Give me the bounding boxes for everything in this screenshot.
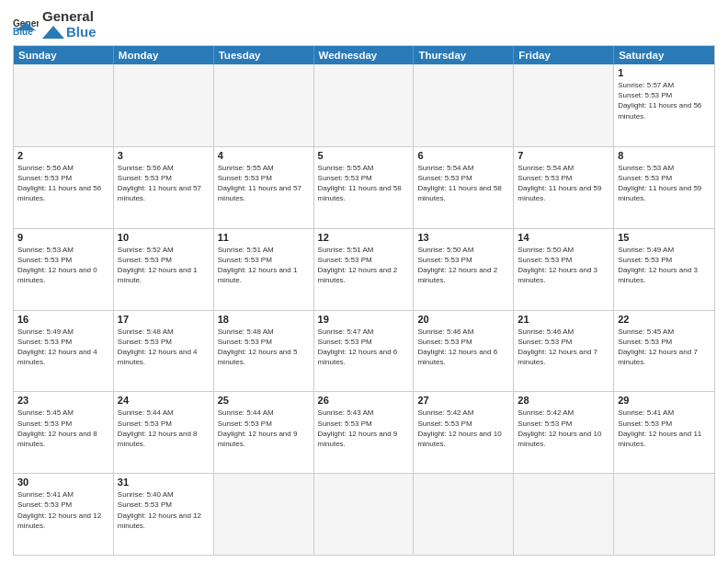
day-number: 4 (218, 150, 310, 161)
day-info: Sunrise: 5:53 AMSunset: 5:53 PMDaylight:… (618, 163, 711, 204)
calendar-day-6: 6Sunrise: 5:54 AMSunset: 5:53 PMDaylight… (414, 147, 514, 228)
day-number: 28 (518, 395, 609, 406)
calendar-day-25: 25Sunrise: 5:44 AMSunset: 5:53 PMDayligh… (214, 392, 314, 473)
day-info: Sunrise: 5:46 AMSunset: 5:53 PMDaylight:… (417, 327, 509, 368)
logo: General Blue General Blue (13, 9, 97, 40)
logo-general: General (42, 9, 97, 25)
calendar-day-7: 7Sunrise: 5:54 AMSunset: 5:53 PMDaylight… (514, 147, 614, 228)
calendar-day-24: 24Sunrise: 5:44 AMSunset: 5:53 PMDayligh… (114, 392, 214, 473)
day-info: Sunrise: 5:44 AMSunset: 5:53 PMDaylight:… (118, 408, 210, 449)
day-number: 19 (318, 314, 410, 325)
day-info: Sunrise: 5:55 AMSunset: 5:53 PMDaylight:… (318, 163, 410, 204)
day-info: Sunrise: 5:49 AMSunset: 5:53 PMDaylight:… (17, 327, 109, 368)
calendar-week-3: 9Sunrise: 5:53 AMSunset: 5:53 PMDaylight… (14, 228, 714, 310)
weekday-header-wednesday: Wednesday (314, 46, 415, 64)
calendar-day-22: 22Sunrise: 5:45 AMSunset: 5:53 PMDayligh… (614, 311, 714, 392)
day-info: Sunrise: 5:41 AMSunset: 5:53 PMDaylight:… (17, 489, 109, 531)
calendar-week-6: 30Sunrise: 5:41 AMSunset: 5:53 PMDayligh… (14, 473, 714, 555)
logo-icon: General Blue (13, 15, 39, 35)
day-number: 21 (518, 314, 609, 325)
calendar-day-empty-0-5 (514, 64, 614, 146)
day-info: Sunrise: 5:51 AMSunset: 5:53 PMDaylight:… (318, 245, 410, 286)
calendar-day-empty-5-4 (414, 474, 514, 555)
calendar-day-4: 4Sunrise: 5:55 AMSunset: 5:53 PMDaylight… (214, 147, 314, 228)
day-number: 30 (17, 477, 109, 488)
day-number: 25 (218, 395, 310, 406)
calendar-day-empty-0-1 (114, 64, 214, 146)
day-number: 16 (17, 314, 109, 325)
day-info: Sunrise: 5:46 AMSunset: 5:53 PMDaylight:… (518, 327, 609, 368)
weekday-header-monday: Monday (114, 46, 214, 64)
day-number: 12 (318, 232, 410, 243)
day-info: Sunrise: 5:42 AMSunset: 5:53 PMDaylight:… (417, 408, 509, 449)
calendar-week-4: 16Sunrise: 5:49 AMSunset: 5:53 PMDayligh… (14, 310, 714, 392)
day-info: Sunrise: 5:54 AMSunset: 5:53 PMDaylight:… (518, 163, 609, 204)
calendar-day-empty-5-2 (214, 474, 314, 555)
calendar-day-27: 27Sunrise: 5:42 AMSunset: 5:53 PMDayligh… (414, 392, 514, 473)
svg-marker-3 (42, 26, 64, 39)
logo-triangle (42, 26, 64, 39)
day-info: Sunrise: 5:55 AMSunset: 5:53 PMDaylight:… (218, 163, 310, 204)
day-number: 3 (118, 150, 210, 161)
calendar-day-9: 9Sunrise: 5:53 AMSunset: 5:53 PMDaylight… (14, 229, 114, 310)
day-info: Sunrise: 5:50 AMSunset: 5:53 PMDaylight:… (518, 245, 609, 286)
day-info: Sunrise: 5:43 AMSunset: 5:53 PMDaylight:… (318, 408, 410, 449)
calendar: SundayMondayTuesdayWednesdayThursdayFrid… (13, 45, 715, 556)
day-number: 26 (318, 395, 410, 406)
calendar-week-5: 23Sunrise: 5:45 AMSunset: 5:53 PMDayligh… (14, 391, 714, 473)
header: General Blue General Blue (13, 9, 715, 40)
calendar-week-2: 2Sunrise: 5:56 AMSunset: 5:53 PMDaylight… (14, 146, 714, 228)
day-number: 27 (417, 395, 509, 406)
day-number: 7 (518, 150, 609, 161)
calendar-day-10: 10Sunrise: 5:52 AMSunset: 5:53 PMDayligh… (114, 229, 214, 310)
day-number: 23 (17, 395, 109, 406)
day-number: 10 (118, 232, 210, 243)
calendar-day-1: 1Sunrise: 5:57 AMSunset: 5:53 PMDaylight… (614, 64, 714, 146)
calendar-day-2: 2Sunrise: 5:56 AMSunset: 5:53 PMDaylight… (14, 147, 114, 228)
day-info: Sunrise: 5:44 AMSunset: 5:53 PMDaylight:… (218, 408, 310, 449)
day-number: 13 (417, 232, 509, 243)
day-info: Sunrise: 5:49 AMSunset: 5:53 PMDaylight:… (618, 245, 711, 286)
calendar-day-5: 5Sunrise: 5:55 AMSunset: 5:53 PMDaylight… (314, 147, 415, 228)
day-info: Sunrise: 5:53 AMSunset: 5:53 PMDaylight:… (17, 245, 109, 286)
day-info: Sunrise: 5:56 AMSunset: 5:53 PMDaylight:… (118, 163, 210, 204)
day-number: 22 (618, 314, 711, 325)
day-info: Sunrise: 5:40 AMSunset: 5:53 PMDaylight:… (118, 489, 210, 531)
day-info: Sunrise: 5:52 AMSunset: 5:53 PMDaylight:… (118, 245, 210, 286)
day-info: Sunrise: 5:48 AMSunset: 5:53 PMDaylight:… (118, 327, 210, 368)
day-number: 20 (417, 314, 509, 325)
day-number: 24 (118, 395, 210, 406)
calendar-day-28: 28Sunrise: 5:42 AMSunset: 5:53 PMDayligh… (514, 392, 614, 473)
day-info: Sunrise: 5:45 AMSunset: 5:53 PMDaylight:… (17, 408, 109, 449)
calendar-day-3: 3Sunrise: 5:56 AMSunset: 5:53 PMDaylight… (114, 147, 214, 228)
day-number: 18 (218, 314, 310, 325)
calendar-day-12: 12Sunrise: 5:51 AMSunset: 5:53 PMDayligh… (314, 229, 415, 310)
calendar-body: 1Sunrise: 5:57 AMSunset: 5:53 PMDaylight… (14, 64, 714, 555)
day-info: Sunrise: 5:42 AMSunset: 5:53 PMDaylight:… (518, 408, 609, 449)
calendar-day-29: 29Sunrise: 5:41 AMSunset: 5:53 PMDayligh… (614, 392, 714, 473)
calendar-day-empty-5-5 (514, 474, 614, 555)
calendar-day-21: 21Sunrise: 5:46 AMSunset: 5:53 PMDayligh… (514, 311, 614, 392)
day-number: 9 (17, 232, 109, 243)
calendar-day-30: 30Sunrise: 5:41 AMSunset: 5:53 PMDayligh… (14, 474, 114, 555)
calendar-header: SundayMondayTuesdayWednesdayThursdayFrid… (14, 46, 714, 64)
day-number: 31 (118, 477, 210, 488)
svg-text:Blue: Blue (13, 26, 33, 34)
calendar-day-17: 17Sunrise: 5:48 AMSunset: 5:53 PMDayligh… (114, 311, 214, 392)
day-number: 8 (618, 150, 711, 161)
calendar-day-13: 13Sunrise: 5:50 AMSunset: 5:53 PMDayligh… (414, 229, 514, 310)
day-number: 29 (618, 395, 711, 406)
logo-blue: Blue (66, 25, 97, 40)
day-number: 11 (218, 232, 310, 243)
calendar-week-1: 1Sunrise: 5:57 AMSunset: 5:53 PMDaylight… (14, 64, 714, 146)
day-number: 5 (318, 150, 410, 161)
calendar-day-23: 23Sunrise: 5:45 AMSunset: 5:53 PMDayligh… (14, 392, 114, 473)
day-info: Sunrise: 5:41 AMSunset: 5:53 PMDaylight:… (618, 408, 711, 449)
calendar-day-empty-0-2 (214, 64, 314, 146)
calendar-day-8: 8Sunrise: 5:53 AMSunset: 5:53 PMDaylight… (614, 147, 714, 228)
calendar-day-empty-0-0 (14, 64, 114, 146)
day-number: 1 (618, 67, 711, 78)
calendar-day-20: 20Sunrise: 5:46 AMSunset: 5:53 PMDayligh… (414, 311, 514, 392)
calendar-day-empty-5-3 (314, 474, 415, 555)
day-info: Sunrise: 5:56 AMSunset: 5:53 PMDaylight:… (17, 163, 109, 204)
